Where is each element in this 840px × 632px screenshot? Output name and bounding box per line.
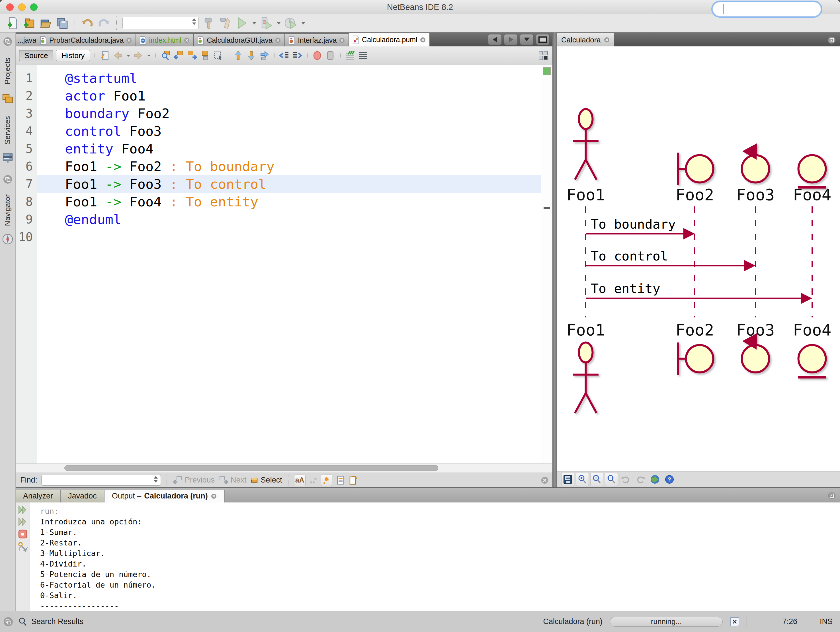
maximize-panel-icon[interactable] [827,36,836,44]
select-toggle[interactable]: Select [251,476,282,484]
code-line-1[interactable]: @startuml [37,69,553,87]
restore-group-icon[interactable] [2,36,13,47]
close-find-bar-icon[interactable] [540,476,549,484]
tab-indexhtml[interactable]: index.html [136,34,194,46]
find-previous-icon[interactable] [174,50,184,61]
source-view-button[interactable]: Source [19,50,53,61]
tab-calculadoragui[interactable]: CalculadoraGUI.java [194,34,285,46]
find-input[interactable] [41,475,147,485]
rerun-icon[interactable] [17,505,28,514]
sidebar-item-navigator[interactable]: Navigator [0,188,16,233]
tab-analyzer[interactable]: Analyzer [16,490,61,503]
services-server-icon[interactable] [2,151,14,164]
rotate-left-button[interactable] [619,473,632,486]
undo-icon[interactable] [81,17,94,30]
tab-java-partial[interactable]: ...java [16,34,36,46]
code-line-10[interactable] [37,229,553,246]
debug-dropdown-icon[interactable] [277,22,281,24]
find-next-button[interactable]: Next [219,476,246,484]
zoom-fit-button[interactable] [605,473,618,486]
run-project-icon[interactable] [235,17,248,30]
cancel-task-button[interactable] [730,617,739,626]
history-view-button[interactable]: History [56,50,90,61]
close-icon[interactable] [184,37,190,44]
sidebar-item-services[interactable]: Services [0,109,16,151]
previous-occurrence-icon[interactable] [233,50,243,61]
open-project-icon[interactable] [39,17,52,30]
stop-marker-icon[interactable] [325,50,335,61]
tab-probarcalculadora[interactable]: ProbarCalculadora.java [36,34,136,46]
new-file-icon[interactable] [6,17,19,30]
restore-group-icon[interactable] [2,174,13,185]
tab-output-calculadora[interactable]: Output – Calculadora (run) [104,490,225,503]
quick-search-input[interactable] [725,5,821,14]
projects-folder-icon[interactable] [2,92,14,105]
run-dropdown-icon[interactable] [252,22,256,24]
rectangular-selection-icon[interactable] [213,50,223,61]
code-line-2[interactable]: actor Foo1 [37,87,553,105]
code-editor[interactable]: @startuml actor Foo1 boundary Foo2 contr… [37,65,553,463]
back-dropdown-icon[interactable] [126,55,130,57]
profile-project-icon[interactable] [284,17,297,30]
navigator-compass-icon[interactable] [2,233,14,245]
rerun-with-options-icon[interactable] [17,517,28,526]
close-icon[interactable] [604,37,610,43]
close-icon[interactable] [420,37,426,43]
maximize-output-icon[interactable] [827,492,836,500]
error-stripe[interactable] [541,65,553,463]
stop-icon[interactable] [18,529,28,539]
code-line-9[interactable]: @enduml [37,211,553,229]
find-combobox[interactable] [41,475,161,486]
profile-dropdown-icon[interactable] [301,22,305,24]
sidebar-item-projects[interactable]: Projects [0,49,16,92]
back-icon[interactable] [113,50,123,61]
match-case-button[interactable]: aA [294,474,306,486]
whole-word-icon[interactable] [309,477,317,484]
next-occurrence-icon[interactable] [246,50,256,61]
find-previous-button[interactable]: Previous [173,476,215,484]
close-icon[interactable] [339,37,345,44]
close-icon[interactable] [126,37,132,44]
code-line-7-current[interactable]: Foo1 -> Foo3 : To control [37,175,553,193]
close-icon[interactable] [211,493,217,500]
debug-project-icon[interactable] [260,17,273,30]
find-selection-icon[interactable] [161,50,171,61]
toggle-breakpoint-icon[interactable] [312,50,322,61]
tab-list-dropdown-button[interactable] [520,34,534,45]
help-button[interactable]: ? [663,473,676,486]
wrap-search-icon[interactable] [349,476,357,485]
code-line-3[interactable]: boundary Foo2 [37,105,553,122]
save-diagram-button[interactable] [561,473,574,486]
comment-icon[interactable] [345,50,355,61]
console-output[interactable]: run: Introduzca una opción: 1-Sumar. 2-R… [30,503,840,612]
clean-build-project-icon[interactable] [219,17,232,30]
code-line-6[interactable]: Foo1 -> Foo2 : To boundary [37,158,553,175]
scroll-tabs-right-button[interactable] [504,34,518,45]
split-editor-icon[interactable] [538,50,548,61]
zoom-in-button[interactable] [576,473,589,486]
project-config-combobox[interactable] [122,17,199,29]
new-project-icon[interactable] [23,17,36,30]
web-view-button[interactable] [648,473,662,486]
shift-left-icon[interactable] [279,50,289,61]
tab-calculadora-puml[interactable]: Calculadora.puml [349,33,429,46]
scrollbar-thumb[interactable] [64,465,438,471]
scroll-tabs-left-button[interactable] [488,34,502,45]
rotate-right-button[interactable] [634,473,647,486]
search-results-minimized[interactable]: Search Results [2,611,84,632]
uml-diagram-canvas[interactable]: To boundary To control To entity Foo1 Fo… [557,46,840,471]
maximize-editor-button[interactable] [536,34,549,45]
code-line-4[interactable]: control Foo3 [37,122,553,140]
next-bookmark-icon[interactable] [259,50,269,61]
restore-group-icon[interactable] [2,616,14,628]
shift-right-icon[interactable] [292,50,302,61]
build-project-icon[interactable] [202,17,215,30]
code-line-8[interactable]: Foo1 -> Foo4 : To entity [37,193,553,211]
highlight-results-icon[interactable] [336,476,345,485]
redo-icon[interactable] [97,17,111,30]
tab-calculadora-preview[interactable]: Calculadora [557,33,614,46]
tab-javadoc[interactable]: Javadoc [61,490,104,503]
forward-dropdown-icon[interactable] [147,55,151,57]
forward-icon[interactable] [133,50,144,61]
code-area[interactable]: 12 34 56 78 910 @startuml actor Foo1 bou… [16,65,553,463]
